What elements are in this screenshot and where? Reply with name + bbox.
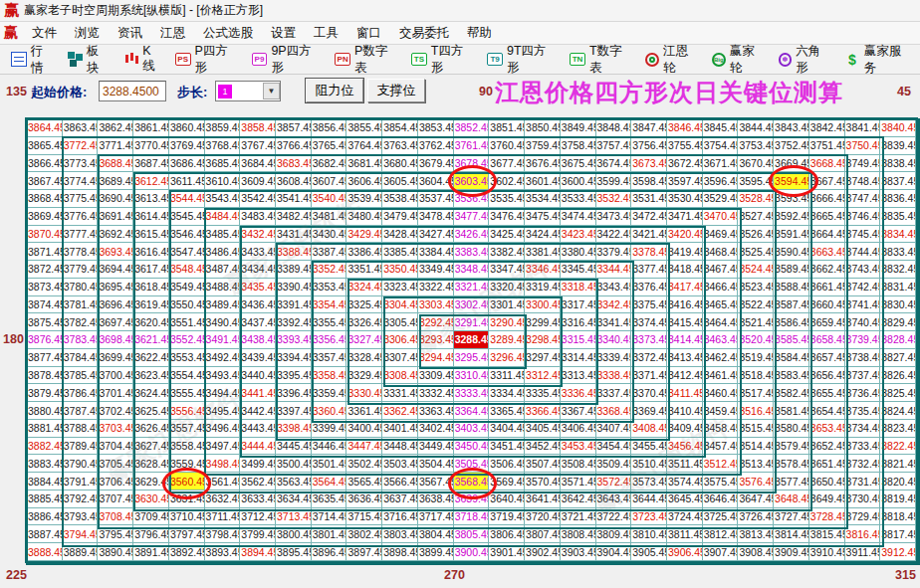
grid-cell: 3912.45 [880,543,916,561]
grid-cell: 3856.45 [312,119,347,137]
grid-cell: 3679.45 [418,155,454,173]
grid-cell: 3676.45 [525,155,561,173]
grid-cell: 3644.45 [631,490,667,508]
grid-cell: 3483.45 [240,208,276,226]
grid-cell: 3431.45 [276,226,312,244]
grid-cell: 3595.45 [738,172,774,190]
grid-cell: 3393.45 [276,331,312,349]
grid-cell: 3497.45 [205,438,241,456]
grid-cell: 3682.45 [312,155,347,173]
grid-cell: 3465.45 [703,296,739,314]
grid-cell: 3319.45 [525,279,561,296]
grid-cell: 3548.45 [169,261,205,279]
grid-cell: 3539.45 [346,190,382,208]
grid-cell: 3594.45 [774,172,809,190]
grid-cell: 3848.45 [596,119,632,137]
grid-cell: 3484.45 [205,208,241,226]
grid-cell: 3748.45 [845,172,881,190]
grid-cell: 3429.45 [346,226,382,244]
toolbar-item-bankuai[interactable]: 板块 [62,40,117,80]
toolbar-item-9t-square[interactable]: T99T四方形 [482,40,565,80]
grid-cell: 3372.45 [631,349,667,367]
toolbar-item-kxian[interactable]: K线 [118,41,170,78]
grid-cell: 3712.45 [240,508,276,526]
grid-cell: 3696.45 [98,296,133,314]
grid-cell: 3552.45 [169,331,205,349]
grid-cell: 3749.45 [845,155,881,173]
grid-cell: 3554.45 [169,367,205,385]
grid-cell: 3704.45 [98,438,133,456]
grid-cell: 3421.45 [631,226,667,244]
grid-cell: 3311.45 [489,367,525,385]
grid-cell: 3289.45 [489,331,525,349]
toolbar-item-winner-wheel[interactable]: Big赢家轮 [707,40,774,80]
sector-blocks-icon [67,52,83,67]
grid-cell: 3529.45 [703,190,739,208]
start-price-input[interactable] [99,81,166,101]
grid-cell: 3625.45 [133,402,169,420]
toolbar-item-hangqing[interactable]: 行情 [6,40,62,80]
grid-cell: 3334.45 [489,384,525,402]
toolbar-item-p-table[interactable]: PNP数字表 [330,40,406,80]
step-color-swatch: 1 [218,85,232,98]
toolbar-item-9p-square[interactable]: P99P四方形 [247,40,331,80]
grid-cell: 3762.45 [418,137,454,155]
window-title: 赢家老子时空周期系统[纵横版] - [价格正方形] [24,2,263,19]
grid-cell: 3459.45 [703,402,739,420]
grid-cell: 3385.45 [382,243,418,261]
toolbar-item-service[interactable]: $赢家服务 [839,40,920,80]
grid-cell: 3703.45 [98,420,133,438]
grid-cell: 3451.45 [489,438,525,456]
resistance-button[interactable]: 阻力位 [306,79,363,102]
step-dropdown[interactable]: 1 ▼ [215,81,281,101]
grid-cell: 3776.45 [63,208,99,226]
grid-cell: 3697.45 [98,313,133,331]
grid-cell: 3743.45 [845,261,881,279]
grid-cell: 3605.45 [382,172,418,190]
toolbar-item-gann-wheel[interactable]: 江恩轮 [640,40,707,80]
grid-cell: 3515.45 [738,420,774,438]
grid-cell: 3542.45 [240,190,276,208]
toolbar-item-t-table[interactable]: TNT数字表 [565,40,640,80]
grid-cell: 3778.45 [63,243,99,261]
grid-cell: 3617.45 [133,261,169,279]
grid-cell: 3514.45 [738,438,774,456]
ts-badge-icon: TS [411,53,427,66]
grid-cell: 3687.45 [133,155,169,173]
grid-cell: 3720.45 [525,508,561,526]
grid-cell: 3351.45 [346,261,382,279]
gann-square-grid: 3864.453863.453862.453861.453860.453859.… [25,117,918,563]
grid-cell: 3596.45 [703,172,739,190]
grid-cell: 3799.45 [240,525,276,543]
grid-cell: 3569.45 [489,473,525,490]
grid-cell: 3648.45 [774,490,809,508]
grid-cell: 3490.45 [205,313,241,331]
grid-cell: 3833.45 [880,243,916,261]
toolbar-item-p-square[interactable]: PSP四方形 [170,40,247,80]
grid-cell: 3827.45 [880,349,916,367]
grid-cell: 3440.45 [240,367,276,385]
grid-cell: 3310.45 [454,367,490,385]
grid-cell: 3597.45 [667,172,703,190]
chevron-down-icon[interactable]: ▼ [263,83,280,99]
grid-cell: 3772.45 [63,137,99,155]
grid-cell: 3821.45 [880,455,916,473]
grid-cell: 3761.45 [454,137,490,155]
grid-cell: 3375.45 [631,296,667,314]
grid-cell: 3897.45 [346,543,382,561]
grid-cell: 3754.45 [703,137,739,155]
grid-cell: 3698.45 [98,331,133,349]
support-button[interactable]: 支撑位 [367,79,425,102]
grid-cell: 3450.45 [454,438,490,456]
grid-cell: 3531.45 [631,190,667,208]
grid-cell: 3612.45 [133,172,169,190]
grid-cell: 3700.45 [98,367,133,385]
grid-cell: 3549.45 [169,279,205,296]
grid-cell: 3493.45 [205,367,241,385]
grid-cell: 3759.45 [525,137,561,155]
grid-cell: 3562.45 [240,473,276,490]
grid-cell: 3501.45 [312,455,347,473]
toolbar-item-hexagon[interactable]: 六角形 [774,40,840,80]
toolbar-item-t-square[interactable]: TST四方形 [406,40,482,80]
grid-cell: 3773.45 [63,155,99,173]
